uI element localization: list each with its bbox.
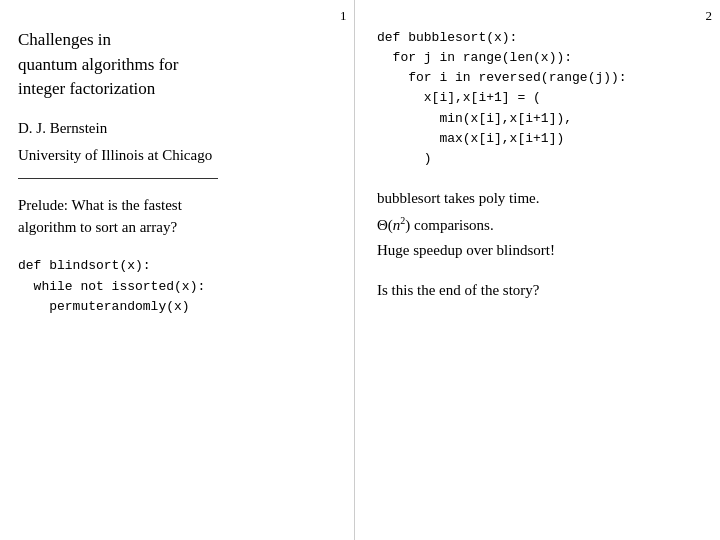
page-container: 1 2 Challenges in quantum algorithms for… [0, 0, 720, 540]
body-text-1: bubblesort takes poly time. [377, 187, 702, 210]
right-column: def bubblesort(x): for j in range(len(x)… [355, 0, 720, 540]
body-text-4: Is this the end of the story? [377, 279, 702, 302]
code-line-r6: max(x[i],x[i+1]) [377, 129, 702, 149]
slide-title: Challenges in quantum algorithms for int… [18, 28, 330, 102]
theta-prefix: Θ(n2) comparisons. [377, 213, 494, 237]
code-line-3: permuterandomly(x) [18, 297, 330, 317]
prelude-text: Prelude: What is the fastest algorithm t… [18, 195, 330, 239]
code-line-r1: def bubblesort(x): [377, 28, 702, 48]
code-line-r3: for i in reversed(range(j)): [377, 68, 702, 88]
left-column: Challenges in quantum algorithms for int… [0, 0, 355, 540]
page-number-left: 1 [340, 8, 347, 24]
code-line-r2: for j in range(len(x)): [377, 48, 702, 68]
code-line-r7: ) [377, 149, 702, 169]
page-number-right: 2 [706, 8, 713, 24]
code-line-r5: min(x[i],x[i+1]), [377, 109, 702, 129]
section-divider [18, 178, 218, 179]
code-line-r4: x[i],x[i+1] = ( [377, 88, 702, 108]
body-text-block-1: bubblesort takes poly time. Θ(n2) compar… [377, 187, 702, 266]
code-line-2: while not issorted(x): [18, 277, 330, 297]
author-name: D. J. Bernstein [18, 120, 330, 137]
institution: University of Illinois at Chicago [18, 147, 330, 164]
code-line-1: def blindsort(x): [18, 256, 330, 276]
bubblesort-code: def bubblesort(x): for j in range(len(x)… [377, 28, 702, 169]
body-text-2: Θ(n2) comparisons. [377, 213, 702, 237]
body-text-3: Huge speedup over blindsort! [377, 239, 702, 262]
blindsort-code: def blindsort(x): while not issorted(x):… [18, 256, 330, 316]
